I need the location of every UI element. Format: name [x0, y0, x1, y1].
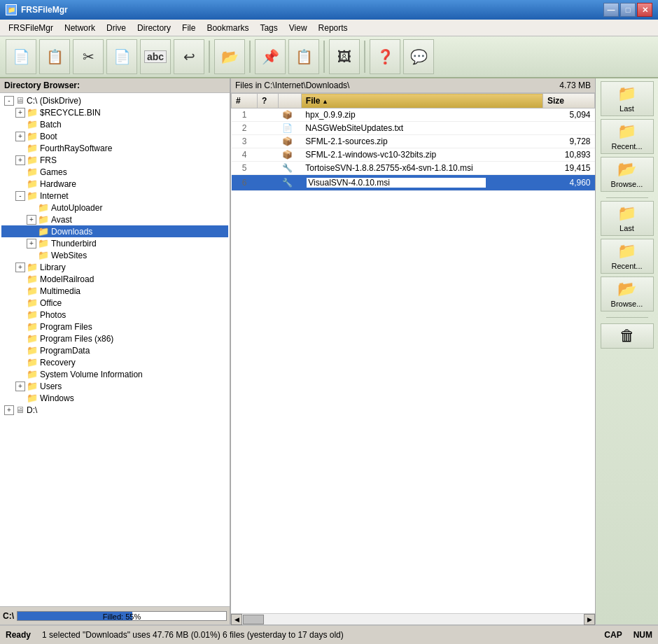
row-filename[interactable]: TortoiseSVN-1.8.8.25755-x64-svn-1.8.10.m…: [301, 162, 542, 175]
tree-expand-btn[interactable]: +: [27, 215, 36, 225]
right-browse-bottom-button[interactable]: 📂 Browse...: [601, 276, 654, 312]
tree-expand-btn[interactable]: -: [4, 96, 14, 106]
tree-item[interactable]: -🖥C:\ (DiskDrive): [1, 94, 228, 106]
table-row[interactable]: 2 📄 NASGWebSiteUpdates.txt: [232, 122, 595, 135]
tree-item[interactable]: 📁Program Files: [1, 321, 228, 332]
toolbar-help-button[interactable]: ❓: [370, 39, 400, 74]
right-browse-top-label: Browse...: [611, 180, 643, 188]
tree-item[interactable]: 📁Hardware: [1, 178, 228, 190]
menu-reports[interactable]: Reports: [313, 22, 354, 34]
right-recent-top-button[interactable]: 📁 Recent...: [601, 119, 654, 154]
tree-item[interactable]: -📁Internet: [1, 190, 228, 202]
new-doc-icon: 📄: [13, 50, 30, 64]
col-flag[interactable]: ?: [257, 94, 278, 108]
tree-item[interactable]: +📁Users: [1, 380, 228, 392]
file-type-icon: 📄: [282, 123, 293, 133]
tree-item[interactable]: 📁Multimedia: [1, 285, 228, 297]
tree-expand-btn[interactable]: +: [27, 239, 36, 248]
toolbar-undo-button[interactable]: ↩: [174, 39, 204, 74]
tree-item[interactable]: +🖥D:\: [1, 404, 228, 416]
toolbar-preview-button[interactable]: 🖼: [329, 39, 360, 74]
close-button[interactable]: ✕: [637, 3, 652, 17]
right-recent-bottom-button[interactable]: 📁 Recent...: [601, 239, 654, 274]
right-last-bottom-button[interactable]: 📁 Last: [601, 201, 654, 236]
file-list-container[interactable]: # ? File Size 1 📦 hpx_0.9.9.zip 5,094 2 …: [231, 93, 595, 613]
col-file[interactable]: File: [301, 94, 542, 108]
tree-item[interactable]: 📁System Volume Information: [1, 368, 228, 380]
tree-item[interactable]: 📁Windows: [1, 392, 228, 404]
row-filename[interactable]: hpx_0.9.9.zip: [301, 108, 542, 122]
maximize-button[interactable]: □: [620, 3, 636, 17]
minimize-button[interactable]: —: [603, 3, 619, 17]
tree-item[interactable]: 📁ModelRailroad: [1, 273, 228, 285]
scroll-right-button[interactable]: ▶: [584, 614, 595, 625]
tree-item[interactable]: +📁$RECYCLE.BIN: [1, 106, 228, 118]
row-size: 9,728: [543, 135, 595, 148]
tree-item[interactable]: +📁Boot: [1, 130, 228, 142]
row-filename[interactable]: NASGWebSiteUpdates.txt: [301, 122, 542, 135]
tree-expand-btn[interactable]: +: [4, 405, 14, 415]
tree-item[interactable]: 📁FourthRaySoftware: [1, 142, 228, 154]
tree-expand-btn[interactable]: -: [15, 191, 25, 201]
menu-network[interactable]: Network: [59, 22, 101, 34]
filename-edit-input[interactable]: [305, 176, 487, 189]
menu-bookmarks[interactable]: Bookmarks: [201, 22, 254, 34]
col-size[interactable]: Size: [543, 94, 595, 108]
tree-item[interactable]: 📁Recovery: [1, 356, 228, 368]
row-size: 19,415: [543, 162, 595, 175]
tree-label: Thunderbird: [51, 239, 97, 248]
tree-item[interactable]: 📁Batch: [1, 118, 228, 130]
tree-expand-btn[interactable]: +: [15, 132, 25, 141]
right-last-top-button[interactable]: 📁 Last: [601, 81, 654, 116]
folder-icon: 📁: [27, 309, 38, 320]
menu-drive[interactable]: Drive: [101, 22, 132, 34]
right-browse-top-button[interactable]: 📂 Browse...: [601, 157, 654, 192]
tree-item[interactable]: +📁Avast: [1, 214, 228, 225]
dir-tree[interactable]: -🖥C:\ (DiskDrive)+📁$RECYCLE.BIN📁Batch+📁B…: [0, 93, 230, 606]
menu-frsfilemgr[interactable]: FRSFileMgr: [3, 22, 59, 34]
row-filename[interactable]: SFML-2.1-windows-vc10-32bits.zip: [301, 148, 542, 162]
toolbar-rename-button[interactable]: abc: [140, 39, 171, 74]
toolbar-cut-button[interactable]: ✂: [73, 39, 104, 74]
tree-item[interactable]: +📁Thunderbird: [1, 237, 228, 249]
tree-expand-btn[interactable]: +: [15, 108, 25, 118]
tree-item[interactable]: 📁WebSites: [1, 249, 228, 261]
table-row[interactable]: 1 📦 hpx_0.9.9.zip 5,094: [232, 108, 595, 122]
toolbar-new-button[interactable]: 📄: [6, 39, 36, 74]
tree-expand-btn[interactable]: +: [15, 382, 25, 391]
toolbar-copy-button[interactable]: 📄: [106, 39, 137, 74]
tree-item[interactable]: 📁Photos: [1, 309, 228, 321]
row-filename[interactable]: SFML-2.1-sources.zip: [301, 135, 542, 148]
tree-item[interactable]: 📁Downloads: [1, 225, 228, 237]
tree-item[interactable]: +📁Library: [1, 261, 228, 273]
tree-item[interactable]: 📁Program Files (x86): [1, 332, 228, 344]
tree-item[interactable]: 📁Games: [1, 166, 228, 178]
toolbar-open-button[interactable]: 📂: [214, 39, 245, 74]
row-filename[interactable]: [301, 175, 542, 191]
menu-view[interactable]: View: [284, 22, 313, 34]
file-horizontal-scrollbar[interactable]: ◀ ▶: [231, 613, 595, 624]
menu-directory[interactable]: Directory: [132, 22, 176, 34]
toolbar-bookmark-button[interactable]: 📌: [255, 39, 286, 74]
table-row[interactable]: 4 📦 SFML-2.1-windows-vc10-32bits.zip 10,…: [232, 148, 595, 162]
tree-item[interactable]: 📁Office: [1, 297, 228, 309]
tree-label: ProgramData: [40, 346, 90, 356]
tree-expand-btn[interactable]: +: [15, 262, 25, 272]
menu-file[interactable]: File: [176, 22, 201, 34]
tree-item[interactable]: 📁AutoUploader: [1, 202, 228, 214]
toolbar-paste-button[interactable]: 📋: [288, 39, 319, 74]
col-num[interactable]: #: [232, 94, 258, 108]
trash-button[interactable]: 🗑: [601, 323, 654, 349]
menu-tags[interactable]: Tags: [254, 22, 283, 34]
tree-item[interactable]: +📁FRS: [1, 154, 228, 166]
tree-expand-btn[interactable]: +: [15, 155, 25, 165]
table-row[interactable]: 5 🔧 TortoiseSVN-1.8.8.25755-x64-svn-1.8.…: [232, 162, 595, 175]
table-row[interactable]: 6 🔧 4,960: [232, 175, 595, 191]
toolbar-clipboard-button[interactable]: 📋: [39, 39, 70, 74]
scroll-track[interactable]: [242, 614, 584, 624]
scroll-left-button[interactable]: ◀: [231, 614, 242, 625]
toolbar-message-button[interactable]: 💬: [403, 39, 434, 74]
scroll-thumb[interactable]: [243, 615, 264, 624]
tree-item[interactable]: 📁ProgramData: [1, 344, 228, 356]
table-row[interactable]: 3 📦 SFML-2.1-sources.zip 9,728: [232, 135, 595, 148]
